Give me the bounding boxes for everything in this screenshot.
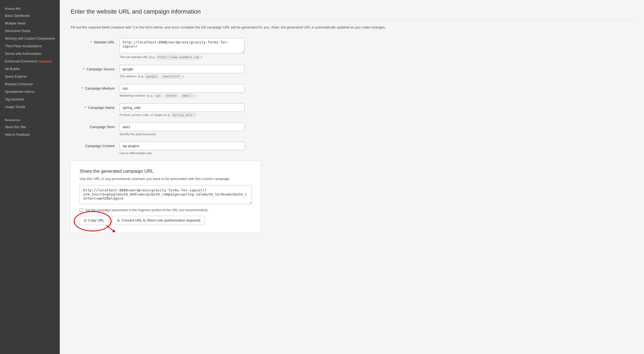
- generated-url-textarea[interactable]: [80, 185, 252, 204]
- sidebar-item-custom-components[interactable]: Working with Custom Components: [0, 35, 60, 42]
- input-campaign-name[interactable]: [120, 103, 245, 112]
- field-campaign-content: Campaign Content Use to differentiate ad…: [71, 142, 633, 155]
- field-campaign-medium: * Campaign Medium Marketing medium: (e.g…: [71, 84, 633, 97]
- field-wrap-campaign-medium: Marketing medium: (e.g. cpc , banner , e…: [120, 84, 633, 97]
- hint-campaign-source: The referrer: (e.g. google , newsletter …: [120, 75, 633, 78]
- hint-campaign-name: Product, promo code, or slogan (e.g. spr…: [120, 113, 633, 117]
- field-wrap-campaign-name: Product, promo code, or slogan (e.g. spr…: [120, 103, 633, 117]
- label-campaign-name: * Campaign Name: [71, 103, 120, 110]
- required-star: *: [85, 106, 86, 110]
- sidebar-item-spreadsheet[interactable]: Spreadsheet Add-on: [0, 88, 60, 96]
- hint-campaign-term: Identify the paid keywords: [120, 132, 633, 136]
- sidebar-item-interactive-charts[interactable]: Interactive Charts: [0, 27, 60, 35]
- page-title: Enter the website URL and campaign infor…: [71, 8, 633, 19]
- copy-url-button[interactable]: Copy URL: [80, 216, 109, 225]
- copy-icon: [84, 218, 86, 223]
- sidebar-item-hit-builder[interactable]: Hit Builder: [0, 65, 60, 73]
- fragment-label[interactable]: Set the campaign parameters in the fragm…: [85, 208, 208, 212]
- svg-line-1: [106, 225, 114, 232]
- main-content: Enter the website URL and campaign infor…: [60, 0, 644, 354]
- field-wrap-campaign-content: Use to differentiate ads: [120, 142, 633, 155]
- label-campaign-source: * Campaign Source: [71, 65, 120, 71]
- field-campaign-term: Campaign Term Identify the paid keywords: [71, 123, 633, 136]
- sidebar-item-usage-trends[interactable]: Usage Trends: [0, 103, 60, 111]
- field-website-url: * Website URL The full website URL (e.g.…: [71, 38, 633, 59]
- fragment-row: Set the campaign parameters in the fragm…: [80, 208, 252, 212]
- sidebar-item-help[interactable]: Help & Feedback: [0, 131, 60, 138]
- field-campaign-name: * Campaign Name Product, promo code, or …: [71, 103, 633, 117]
- field-wrap-campaign-source: The referrer: (e.g. google , newsletter …: [120, 65, 633, 78]
- sidebar-item-tag-assistant[interactable]: Tag Assistant: [0, 96, 60, 103]
- hint-campaign-content: Use to differentiate ads: [120, 151, 633, 155]
- input-campaign-source[interactable]: [120, 65, 245, 73]
- sidebar-item-request-composer[interactable]: Request Composer: [0, 80, 60, 88]
- field-wrap-campaign-term: Identify the paid keywords: [120, 123, 633, 136]
- label-campaign-term: Campaign Term: [71, 123, 120, 129]
- resources-section-header: Resources: [0, 114, 60, 123]
- required-star: *: [82, 86, 83, 90]
- input-campaign-medium[interactable]: [120, 84, 245, 93]
- intro-text: Fill out the required fields (marked wit…: [71, 25, 633, 30]
- share-title: Share the generated campaign URL: [80, 169, 252, 174]
- hint-campaign-medium: Marketing medium: (e.g. cpc , banner , e…: [120, 94, 633, 97]
- action-buttons: Copy URL Convert URL to Short Link (auth…: [80, 216, 252, 225]
- sidebar-item-basic-dashboard[interactable]: Basic Dashboard: [0, 12, 60, 20]
- field-campaign-source: * Campaign Source The referrer: (e.g. go…: [71, 65, 633, 78]
- sidebar-item-enhanced-ecommerce[interactable]: Enhanced EcommerceUpdated!: [0, 58, 60, 65]
- label-website-url: * Website URL: [71, 38, 120, 44]
- fragment-checkbox[interactable]: [80, 208, 83, 212]
- required-star: *: [83, 67, 84, 71]
- required-star: *: [90, 40, 92, 44]
- sidebar-item-multiple-views[interactable]: Multiple Views: [0, 20, 60, 27]
- embed-api-section-header: Embed API: [0, 3, 60, 12]
- share-box: Share the generated campaign URL Use thi…: [71, 161, 261, 233]
- sidebar-item-third-party[interactable]: Third Party Visualizations: [0, 42, 60, 50]
- sidebar-item-about[interactable]: About this Site: [0, 123, 60, 131]
- field-wrap-website-url: The full website URL (e.g. https://www.e…: [120, 38, 633, 59]
- updated-badge: Updated!: [39, 60, 52, 63]
- input-website-url[interactable]: [120, 38, 245, 53]
- input-campaign-term[interactable]: [120, 123, 245, 131]
- sidebar-item-query-explorer[interactable]: Query Explorer: [0, 73, 60, 80]
- sidebar-item-server-auth[interactable]: Server-side Authorization: [0, 50, 60, 58]
- hint-website-url: The full website URL (e.g. https://www.e…: [120, 55, 633, 59]
- svg-marker-2: [112, 229, 116, 232]
- convert-url-button[interactable]: Convert URL to Short Link (authorization…: [112, 216, 205, 225]
- sidebar: Embed API Basic Dashboard Multiple Views…: [0, 0, 60, 354]
- link-icon: [117, 218, 120, 223]
- input-campaign-content[interactable]: [120, 142, 245, 150]
- label-campaign-medium: * Campaign Medium: [71, 84, 120, 90]
- share-desc: Use this URL in any promotional channels…: [80, 177, 252, 181]
- label-campaign-content: Campaign Content: [71, 142, 120, 148]
